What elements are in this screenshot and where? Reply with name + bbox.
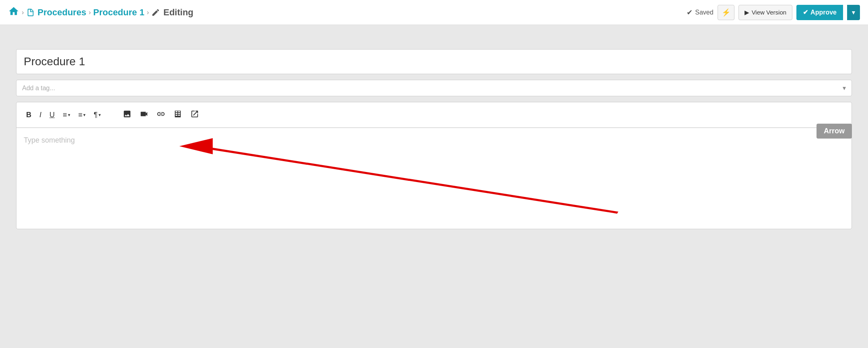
check-icon: ✔: [687, 8, 693, 17]
link-button[interactable]: [153, 107, 169, 122]
flash-icon: ⚡: [722, 8, 730, 17]
topbar: › Procedures › Procedure 1 › Editing ✔ S…: [0, 0, 868, 25]
flash-button[interactable]: ⚡: [718, 5, 734, 20]
editor-content[interactable]: Type something: [16, 128, 852, 229]
video-button[interactable]: [136, 107, 152, 122]
bold-button[interactable]: B: [23, 108, 35, 122]
table-icon: [173, 110, 182, 120]
underline-button[interactable]: U: [46, 108, 58, 122]
breadcrumb-procedure1[interactable]: Procedure 1: [93, 7, 144, 18]
image-button[interactable]: [119, 107, 135, 122]
play-icon: ▶: [745, 9, 749, 16]
breadcrumb: › Procedures › Procedure 1 › Editing: [8, 6, 684, 19]
chevron-down-icon: ▼: [851, 9, 856, 16]
unordered-list-button[interactable]: ≡ ▾: [75, 108, 89, 122]
ordered-list-icon: ≡: [63, 111, 67, 119]
approve-dropdown-button[interactable]: ▼: [847, 5, 860, 20]
tag-dropdown-icon: ▾: [843, 84, 846, 92]
italic-button[interactable]: I: [36, 108, 45, 122]
editor-placeholder: Type something: [24, 136, 75, 144]
sep-2: ›: [88, 9, 91, 16]
paragraph-button[interactable]: ¶ ▾: [91, 108, 104, 122]
video-icon: [140, 110, 148, 120]
main-content: Arrow Add a tag... ▾ B I U ≡ ▾: [0, 49, 868, 245]
view-version-button[interactable]: ▶ View Version: [738, 5, 792, 20]
link-icon: [156, 110, 165, 120]
para-dropdown-arrow: ▾: [99, 112, 101, 118]
svg-marker-1: [179, 138, 213, 154]
editing-label: Editing: [151, 7, 193, 18]
title-input[interactable]: [16, 49, 852, 74]
svg-line-0: [196, 146, 617, 213]
external-link-icon: [190, 110, 199, 120]
editor-area: B I U ≡ ▾ ≡ ▾ ¶ ▾: [16, 102, 852, 229]
ol-dropdown-arrow: ▾: [68, 112, 70, 118]
ul-dropdown-arrow: ▾: [83, 112, 86, 118]
unordered-list-icon: ≡: [78, 111, 83, 119]
sep-1: ›: [22, 9, 24, 16]
editor-toolbar: B I U ≡ ▾ ≡ ▾ ¶ ▾: [16, 102, 852, 128]
external-link-button[interactable]: [187, 107, 202, 122]
topbar-right: ✔ Saved ⚡ ▶ View Version ✔ Approve ▼: [687, 5, 860, 20]
ordered-list-button[interactable]: ≡ ▾: [60, 108, 74, 122]
table-button[interactable]: [170, 107, 185, 122]
breadcrumb-procedures[interactable]: Procedures: [26, 7, 86, 18]
red-arrow-overlay: [16, 128, 852, 229]
home-icon[interactable]: [8, 6, 19, 19]
tag-input[interactable]: Add a tag... ▾: [16, 80, 852, 96]
approve-button[interactable]: ✔ Approve: [796, 5, 843, 20]
sep-3: ›: [147, 9, 149, 16]
tag-placeholder-text: Add a tag...: [22, 85, 843, 92]
image-icon: [123, 110, 132, 120]
saved-status: ✔ Saved: [687, 8, 713, 17]
approve-check-icon: ✔: [803, 8, 808, 16]
paragraph-icon: ¶: [94, 111, 98, 119]
